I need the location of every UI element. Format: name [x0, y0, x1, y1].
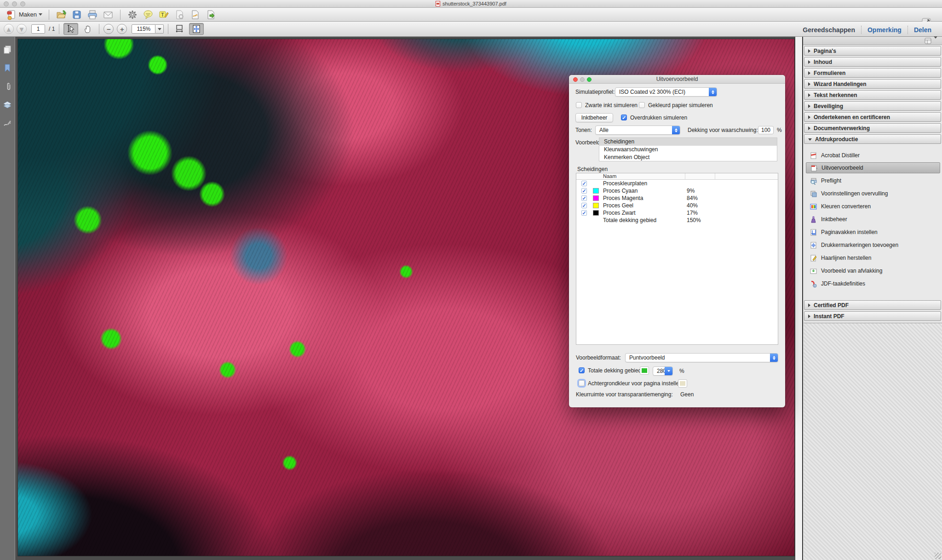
layers-icon[interactable] — [3, 100, 12, 109]
hand-tool-button[interactable] — [81, 23, 95, 34]
panel-item-voorbeeld-van-afvlakking[interactable]: Voorbeeld van afvlakking — [806, 265, 940, 276]
table-row[interactable]: ✓ Proceskleurplaten — [576, 180, 778, 187]
panel-item-paginavakken-instellen[interactable]: Paginavakken instellen — [806, 227, 940, 238]
totale-dekking-select[interactable]: 280 — [653, 366, 673, 376]
disclosure-triangle-icon — [808, 93, 810, 97]
panel-item-jdf-taakdefinities[interactable]: i JDF-taakdefinities — [806, 278, 940, 289]
overdrukken-checkbox[interactable]: ✓ — [621, 114, 627, 120]
panel-header-inhoud[interactable]: Inhoud — [804, 57, 941, 67]
panel-item-acrobat-distiller[interactable]: Acrobat Distiller — [806, 150, 940, 161]
zoom-out-button[interactable]: − — [103, 24, 114, 34]
page-thumbnails-icon[interactable] — [3, 45, 12, 54]
panel-header-formulieren[interactable]: Formulieren — [804, 68, 941, 78]
zoom-in-button[interactable]: + — [117, 24, 127, 34]
voorbeeld-option-scheidingen[interactable]: Scheidingen — [599, 138, 777, 146]
next-page-button[interactable]: ▼ — [17, 24, 27, 34]
settings-button[interactable] — [125, 8, 140, 21]
gekleurd-papier-label: Gekleurd papier simuleren — [648, 102, 713, 109]
delete-pages-button[interactable] — [172, 8, 187, 21]
panel-header-afdrukproductie[interactable]: Afdrukproductie — [804, 134, 941, 144]
zoom-window-icon[interactable] — [20, 1, 25, 6]
close-icon[interactable] — [573, 77, 578, 82]
maken-button[interactable]: Maken — [4, 8, 45, 21]
zwarte-inkt-checkbox[interactable] — [576, 102, 582, 108]
fit-page-icon — [192, 24, 201, 34]
panel-header-ondertekenen[interactable]: Ondertekenen en certificeren — [804, 112, 941, 122]
output-preview-dialog: Uitvoervoorbeeld Simulatieprofiel: ISO C… — [569, 75, 785, 407]
voorbeeldformaat-select[interactable]: Puntvoorbeeld — [625, 353, 778, 362]
tab-delen[interactable]: Delen — [908, 26, 937, 34]
attachments-icon[interactable] — [3, 82, 12, 91]
table-row[interactable]: ✓ Proces Cyaan 9% — [576, 187, 778, 194]
panel-item-label: Inktbeheer — [821, 216, 847, 223]
panel-item-haarlijnen-herstellen[interactable]: Haarlijnen herstellen — [806, 252, 940, 263]
panel-item-uitvoervoorbeeld[interactable]: Uitvoervoorbeeld — [806, 162, 940, 173]
previous-page-button[interactable]: ▲ — [4, 24, 14, 34]
minimize-icon[interactable] — [580, 77, 585, 82]
panel-header-beveiliging[interactable]: Beveiliging — [804, 101, 941, 111]
totale-dekking-color-well[interactable] — [640, 366, 649, 375]
voorbeeld-listbox[interactable]: Scheidingen Kleurwaarschuwingen Kenmerke… — [599, 137, 777, 161]
voorbeeld-option-kleurwaarschuwingen[interactable]: Kleurwaarschuwingen — [599, 146, 777, 154]
scrolling-mode-button[interactable] — [172, 23, 186, 34]
tab-gereedschappen[interactable]: Gereedschappen — [797, 26, 861, 34]
achtergrondkleur-checkbox[interactable] — [579, 380, 585, 386]
panel-header-tekst-herkennen[interactable]: Tekst herkennen — [804, 90, 941, 100]
panel-header-instant-pdf[interactable]: Instant PDF — [804, 311, 941, 321]
zoom-icon[interactable] — [587, 77, 592, 82]
inktbeheer-button[interactable]: Inktbeheer — [575, 113, 613, 122]
dekking-input[interactable]: 100 — [758, 126, 774, 134]
panel-item-preflight[interactable]: Preflight — [806, 175, 940, 186]
hand-tool-icon — [83, 24, 92, 34]
plate-checkbox[interactable]: ✓ — [581, 195, 587, 201]
plate-checkbox[interactable]: ✓ — [581, 188, 587, 194]
tab-opmerking[interactable]: Opmerking — [862, 26, 908, 34]
table-row[interactable]: ✓ Proces Zwart 17% — [576, 209, 778, 217]
vertical-scrollbar[interactable] — [795, 37, 803, 560]
close-window-icon[interactable] — [4, 1, 9, 6]
voorbeeld-option-kenmerken-object[interactable]: Kenmerken Object — [599, 154, 777, 161]
naam-column-header: Naam — [603, 173, 616, 179]
panel-header-certified-pdf[interactable]: Certified PDF — [804, 300, 941, 310]
totale-dekking-checkbox[interactable]: ✓ — [579, 367, 585, 373]
panel-item-drukkermarkeringen[interactable]: Drukkermarkeringen toevoegen — [806, 240, 940, 251]
export-button[interactable] — [203, 8, 218, 21]
panel-options-icon[interactable] — [925, 38, 932, 44]
disclosure-triangle-icon — [808, 104, 810, 108]
window-controls[interactable] — [4, 1, 25, 6]
page-number-input[interactable]: 1 — [31, 24, 45, 34]
panel-item-inktbeheer[interactable]: Inktbeheer — [806, 214, 940, 225]
bookmarks-icon[interactable] — [3, 63, 12, 73]
comment-button[interactable] — [140, 8, 156, 21]
panel-header-wizard-handelingen[interactable]: Wizard Handelingen — [804, 79, 941, 89]
panel-item-voorinstellingen-overvulling[interactable]: Voorinstellingen overvulling — [806, 188, 940, 199]
dialog-titlebar[interactable]: Uitvoervoorbeeld — [569, 75, 785, 84]
signatures-icon[interactable] — [3, 119, 12, 128]
print-button[interactable] — [85, 8, 100, 21]
zoom-level-input[interactable]: 115% — [132, 24, 155, 34]
tonen-select[interactable]: Alle — [595, 126, 680, 135]
select-tool-button[interactable] — [63, 23, 78, 35]
minimize-window-icon[interactable] — [12, 1, 17, 6]
simulatieprofiel-select[interactable]: ISO Coated v2 300% (ECI) — [615, 87, 717, 97]
open-button[interactable] — [53, 8, 69, 21]
panel-header-paginas[interactable]: Pagina's — [804, 46, 941, 56]
gekleurd-papier-checkbox[interactable] — [639, 102, 645, 108]
panel-item-kleuren-converteren[interactable]: Kleuren converteren — [806, 201, 940, 212]
plate-checkbox[interactable]: ✓ — [581, 210, 587, 216]
table-row[interactable]: ✓ Proces Magenta 84% — [576, 194, 778, 202]
achtergrond-color-well[interactable] — [678, 379, 687, 388]
email-button[interactable] — [100, 8, 116, 21]
panel-item-label: Kleuren converteren — [821, 203, 871, 210]
plate-checkbox[interactable]: ✓ — [581, 181, 587, 186]
resize-grip[interactable] — [935, 553, 941, 559]
panel-header-documentverwerking[interactable]: Documentverwerking — [804, 123, 941, 133]
highlight-text-button[interactable]: T — [156, 8, 172, 21]
disclosure-triangle-icon — [808, 60, 810, 64]
table-row[interactable]: ✓ Proces Geel 40% — [576, 202, 778, 209]
zoom-dropdown-button[interactable] — [155, 24, 164, 34]
sign-button[interactable] — [187, 8, 203, 21]
plate-checkbox[interactable]: ✓ — [581, 203, 587, 208]
fit-window-button[interactable] — [189, 23, 204, 35]
save-button[interactable] — [69, 8, 85, 21]
